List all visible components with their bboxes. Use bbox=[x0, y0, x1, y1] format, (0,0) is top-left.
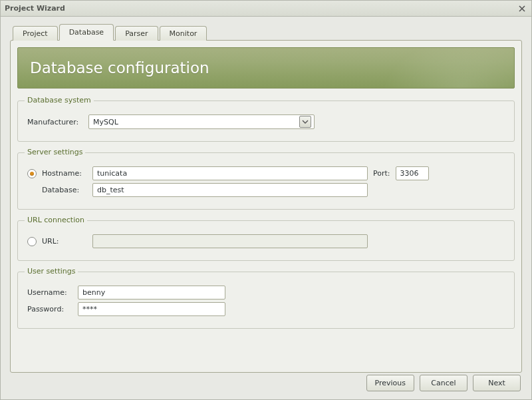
manufacturer-label: Manufacturer: bbox=[27, 118, 83, 126]
close-icon[interactable] bbox=[517, 3, 527, 14]
tab-database[interactable]: Database bbox=[59, 24, 114, 41]
group-user-settings: User settings Username: Password: bbox=[17, 272, 515, 329]
manufacturer-value: MySQL bbox=[93, 118, 299, 126]
username-input[interactable] bbox=[78, 286, 225, 300]
group-server-settings: Server settings Hostname: Port: Database… bbox=[17, 152, 515, 210]
url-input[interactable] bbox=[92, 234, 368, 248]
tab-bar: Project Database Parser Monitor bbox=[10, 23, 522, 40]
password-input[interactable] bbox=[78, 302, 225, 316]
hostname-label: Hostname: bbox=[42, 169, 87, 178]
database-label: Database: bbox=[42, 186, 87, 194]
tab-parser[interactable]: Parser bbox=[115, 26, 158, 41]
port-label: Port: bbox=[373, 169, 390, 178]
tab-monitor[interactable]: Monitor bbox=[160, 26, 207, 41]
tab-project[interactable]: Project bbox=[13, 26, 58, 41]
port-input[interactable] bbox=[396, 166, 429, 180]
database-input[interactable] bbox=[92, 183, 368, 197]
radio-server-settings[interactable] bbox=[27, 169, 37, 178]
previous-button[interactable]: Previous bbox=[366, 375, 415, 391]
next-button[interactable]: Next bbox=[473, 375, 521, 391]
password-label: Password: bbox=[27, 305, 72, 313]
chevron-down-icon[interactable] bbox=[299, 116, 311, 128]
manufacturer-select[interactable]: MySQL bbox=[88, 114, 315, 129]
hostname-input[interactable] bbox=[92, 166, 368, 180]
username-label: Username: bbox=[27, 288, 72, 297]
group-database-system: Database system Manufacturer: MySQL bbox=[17, 100, 515, 142]
radio-url-connection[interactable] bbox=[27, 237, 37, 246]
group-title-database-system: Database system bbox=[25, 96, 94, 104]
group-title-server-settings: Server settings bbox=[25, 148, 85, 156]
url-label: URL: bbox=[42, 237, 87, 246]
cancel-button[interactable]: Cancel bbox=[420, 375, 467, 391]
titlebar: Project Wizard bbox=[1, 1, 531, 17]
page-title: Database configuration bbox=[30, 59, 209, 77]
group-title-url-connection: URL connection bbox=[25, 216, 87, 224]
wizard-button-bar: Previous Cancel Next bbox=[366, 375, 521, 391]
project-wizard-window: Project Wizard Project Database Parser M… bbox=[0, 0, 532, 400]
window-title: Project Wizard bbox=[5, 4, 517, 13]
group-title-user-settings: User settings bbox=[25, 267, 78, 276]
group-url-connection: URL connection URL: bbox=[17, 220, 515, 261]
tab-panel: Database configuration Database system M… bbox=[10, 40, 522, 373]
page-banner: Database configuration bbox=[17, 47, 515, 89]
